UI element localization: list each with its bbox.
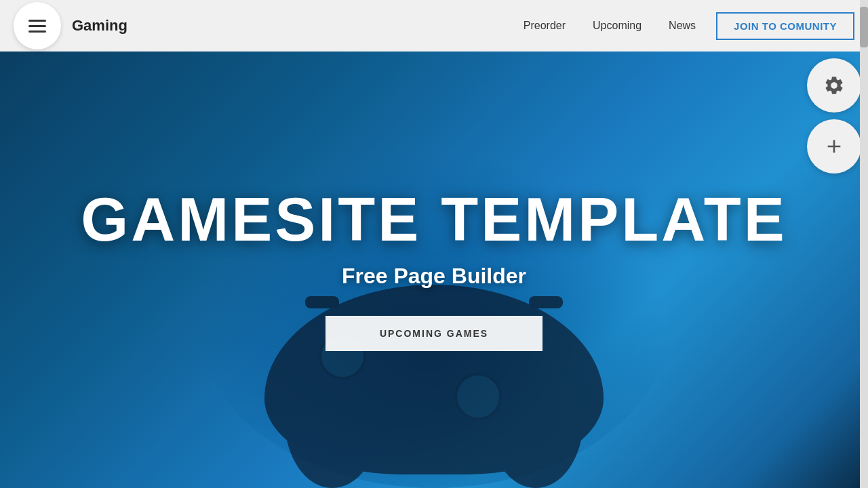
upcoming-games-button[interactable]: UPCOMING GAMES xyxy=(326,316,542,351)
logo: Gaming xyxy=(72,17,127,35)
join-button[interactable]: JOIN TO COMUNITY xyxy=(716,12,854,40)
gamepad-grip-right xyxy=(488,352,583,488)
hero-content: GAMESITE TEMPLATE Free Page Builder UPCO… xyxy=(81,189,787,351)
nav-news[interactable]: News xyxy=(669,20,696,32)
floating-buttons xyxy=(807,52,868,174)
nav-upcoming[interactable]: Upcoming xyxy=(593,20,642,32)
hero-subtitle: Free Page Builder xyxy=(342,264,526,289)
menu-button[interactable] xyxy=(14,2,61,49)
gamepad-stick-right xyxy=(454,373,502,420)
nav: Preorder Upcoming News xyxy=(524,20,696,32)
scrollbar[interactable] xyxy=(860,0,868,488)
menu-icon-bar3 xyxy=(28,30,46,33)
menu-icon-bar2 xyxy=(28,25,46,27)
plus-icon xyxy=(823,136,845,157)
hero-title: GAMESITE TEMPLATE xyxy=(81,189,787,250)
gear-icon xyxy=(823,75,845,96)
header: Gaming Preorder Upcoming News JOIN TO CO… xyxy=(0,0,868,52)
nav-preorder[interactable]: Preorder xyxy=(524,20,566,32)
hero-section: GAMESITE TEMPLATE Free Page Builder UPCO… xyxy=(0,0,868,488)
menu-icon-bar1 xyxy=(28,20,46,22)
settings-button[interactable] xyxy=(807,58,861,113)
add-button[interactable] xyxy=(807,119,861,174)
scrollbar-thumb[interactable] xyxy=(860,7,868,47)
